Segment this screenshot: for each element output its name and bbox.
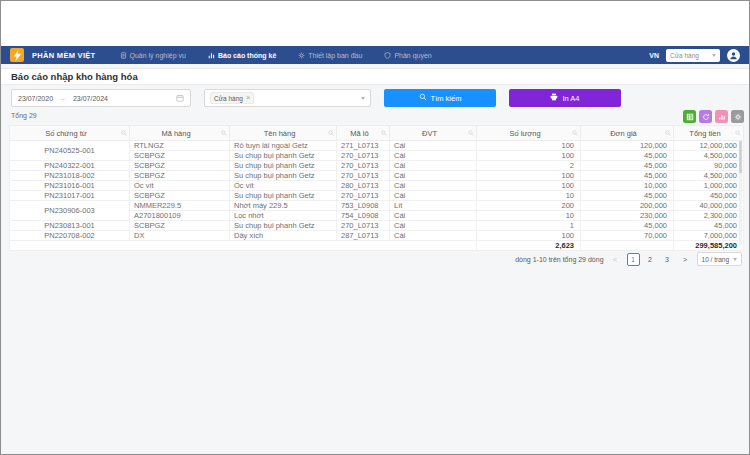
page-title: Báo cáo nhập kho hàng hóa [11,71,138,82]
cell-ma-hang: DX [130,231,230,241]
cell-ma-lo: 270_L0713 [337,161,390,171]
cell-tong-tien: 7,000,000 [674,231,744,241]
cell-ma-lo: 270_L0713 [337,221,390,231]
report-table: Số chứng từMã hàngTên hàngMã lôĐVTSố lượ… [9,125,744,251]
prev-page-button[interactable]: < [609,253,622,266]
language-switcher[interactable]: VN [649,52,659,59]
export-excel-button[interactable] [683,110,696,123]
column-header-so-chung-tu[interactable]: Số chứng từ [10,126,130,141]
column-header-label: Mã lô [350,129,368,138]
page-size-select[interactable]: 10 / trang [697,252,742,266]
user-avatar[interactable] [727,49,740,62]
column-search-icon[interactable] [735,130,741,136]
cell-don-gia: 10,000 [581,181,674,191]
cell-so-luong: 10 [477,211,581,221]
cell-dvt: Cái [390,191,477,201]
column-header-dvt[interactable]: ĐVT [390,126,477,141]
chevron-down-icon [361,97,365,100]
menu-item-gear[interactable]: Thiết lập ban đầu [298,52,362,59]
cell-don-gia: 70,000 [581,231,674,241]
column-header-ma-lo[interactable]: Mã lô [337,126,390,141]
cell-tong-tien: 1,000,000 [674,181,744,191]
main-menu: Quản lý nghiệp vụBáo cáo thống kêThiết l… [120,52,432,59]
date-range-picker[interactable]: 23/07/2020 – 23/07/2024 [11,89,191,107]
cell-tong-tien: 12,000,000 [674,141,744,151]
table-row: PN230906-003NMMER229.5Nhớt máy 229.5753_… [10,201,744,211]
cell-so-luong: 100 [477,171,581,181]
column-search-icon[interactable] [665,130,671,136]
cell-ten-hang: Su chụp bụi phanh Getz [230,171,337,181]
cell-dvt: Cái [390,161,477,171]
menu-item-clipboard[interactable]: Quản lý nghiệp vụ [120,52,186,59]
store-filter-select[interactable]: Cửa hàng × [204,89,371,107]
column-header-label: Số chứng từ [45,129,87,138]
navbar-store-select[interactable]: Cửa hàng [666,49,720,62]
cell-ma-hang: A2701800109 [130,211,230,221]
column-header-label: Đơn giá [610,129,637,138]
search-icon [419,93,427,103]
chevron-down-icon [733,258,737,261]
scrollbar-thumb[interactable] [739,141,742,173]
column-search-icon[interactable] [381,130,387,136]
cell-ma-lo: 754_L0908 [337,211,390,221]
column-header-ma-hang[interactable]: Mã hàng [130,126,230,141]
column-header-tong-tien[interactable]: Tổng tiền [674,126,744,141]
page-button-3[interactable]: 3 [661,253,674,266]
table-scrollbar[interactable] [739,141,742,245]
column-search-icon[interactable] [121,130,127,136]
store-filter-tag-label: Cửa hàng [214,95,243,102]
chart-button[interactable] [715,110,728,123]
column-header-label: ĐVT [422,129,437,138]
cell-dvt: Cái [390,181,477,191]
gear-icon [298,52,305,59]
cell-so-luong: 10 [477,191,581,201]
page-size-value: 10 / trang [702,256,729,263]
column-search-icon[interactable] [572,130,578,136]
cell-don-gia: 200,000 [581,201,674,211]
page-button-2[interactable]: 2 [644,253,657,266]
cell-dvt: Cái [390,211,477,221]
cell-ma-lo: 287_L0713 [337,231,390,241]
pagination-info: dòng 1-10 trên tổng 29 dòng [515,256,603,263]
print-a4-button[interactable]: In A4 [509,89,621,107]
remove-tag-icon[interactable]: × [246,94,250,102]
menu-item-shield[interactable]: Phân quyền [384,52,431,59]
column-header-ten-hang[interactable]: Tên hàng [230,126,337,141]
column-search-icon[interactable] [221,130,227,136]
print-button-label: In A4 [562,94,579,103]
column-header-don-gia[interactable]: Đơn giá [581,126,674,141]
cell-so-chung-tu: PN230906-003 [10,201,130,221]
page-button-1[interactable]: 1 [627,253,640,266]
table-row: PN230813-001SCBPGZSu chụp bụi phanh Getz… [10,221,744,231]
summary-empty [581,241,674,251]
cell-ten-hang: Su chụp bụi phanh Getz [230,191,337,201]
menu-item-label: Báo cáo thống kê [218,52,276,59]
menu-item-label: Thiết lập ban đầu [308,52,362,59]
app-window: PHẦN MỀM VIỆT Quản lý nghiệp vụBáo cáo t… [0,0,750,455]
search-button[interactable]: Tìm kiếm [384,89,496,107]
next-page-button[interactable]: > [679,253,692,266]
menu-item-chart[interactable]: Báo cáo thống kê [208,52,276,59]
cell-ten-hang: Dây xích [230,231,337,241]
table-row: PN231017-001SCBPGZSu chụp bụi phanh Getz… [10,191,744,201]
column-search-icon[interactable] [468,130,474,136]
cell-tong-tien: 450,000 [674,191,744,201]
column-search-icon[interactable] [328,130,334,136]
date-separator: – [61,95,65,102]
settings-button[interactable] [731,110,744,123]
table-row: PN231016-001Ốc vítỐc vít280_L0713Cái1001… [10,181,744,191]
app-logo-icon[interactable] [10,48,24,62]
cell-so-luong: 100 [477,231,581,241]
cell-dvt: Cái [390,231,477,241]
navbar-store-select-value: Cửa hàng [670,52,699,59]
column-header-label: Tên hàng [264,129,296,138]
cell-so-luong: 1 [477,221,581,231]
cell-so-chung-tu: PN231018-002 [10,171,130,181]
column-header-so-luong[interactable]: Số lượng [477,126,581,141]
sync-button[interactable] [699,110,712,123]
cell-so-chung-tu: PN231016-001 [10,181,130,191]
cell-ma-lo: 753_L0908 [337,201,390,211]
cell-don-gia: 45,000 [581,171,674,181]
table-row: PN240525-001RTLNGZRô tuyn lái ngoài Getz… [10,141,744,151]
summary-amount: 299,585,200 [674,241,744,251]
